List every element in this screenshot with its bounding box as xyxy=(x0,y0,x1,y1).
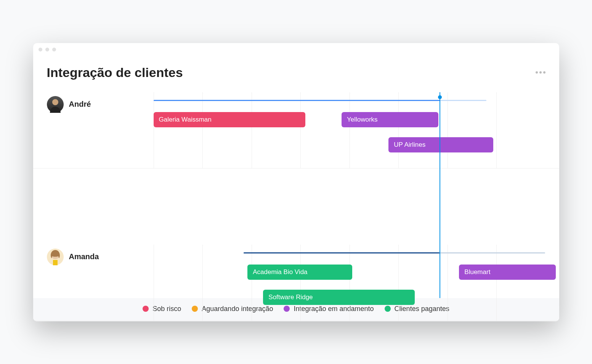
task-label: Galeria Waissman xyxy=(159,116,212,123)
allocation-track xyxy=(154,100,487,101)
row-divider xyxy=(33,168,559,168)
task-bar[interactable]: Bluemart xyxy=(459,265,556,280)
avatar xyxy=(47,96,64,113)
person-icon xyxy=(47,96,64,113)
task-bar[interactable]: Academia Bio Vida xyxy=(247,265,352,280)
task-bar[interactable]: Yelloworks xyxy=(342,112,438,127)
task-label: Yelloworks xyxy=(347,116,378,123)
svg-rect-1 xyxy=(53,260,58,265)
task-label: UP Airlines xyxy=(394,141,425,149)
row-grid: Galeria Waissman Yelloworks UP Airlines xyxy=(154,92,545,168)
task-label: Academia Bio Vida xyxy=(253,268,307,276)
task-bar[interactable]: UP Airlines xyxy=(388,137,493,152)
row-label: André xyxy=(47,96,91,113)
row-label: Amanda xyxy=(47,249,99,265)
row-grid: Academia Bio Vida Software Ridge Bluemar… xyxy=(154,245,545,321)
gantt-chart: André Galeria Waissman xyxy=(47,92,545,298)
task-label: Software Ridge xyxy=(268,293,313,301)
svg-point-0 xyxy=(52,99,58,105)
row-divider xyxy=(33,321,559,321)
content-area: Integração de clientes André xyxy=(33,56,559,321)
header-row: Integração de clientes xyxy=(47,65,545,80)
window-titlebar xyxy=(33,43,559,56)
gantt-row-amanda: Amanda Academia Bio Vida xyxy=(47,245,545,321)
app-window: Integração de clientes André xyxy=(33,43,559,321)
person-name: Amanda xyxy=(69,252,99,261)
task-bar[interactable]: Software Ridge xyxy=(263,290,415,305)
page-title: Integração de clientes xyxy=(47,65,183,80)
window-control-close[interactable] xyxy=(39,48,42,51)
avatar xyxy=(47,249,64,265)
person-name: André xyxy=(69,100,91,109)
allocation-track xyxy=(244,252,545,253)
gantt-row-andre: André Galeria Waissman xyxy=(47,92,545,168)
more-options-button[interactable] xyxy=(536,71,545,74)
window-control-minimize[interactable] xyxy=(45,48,49,51)
task-label: Bluemart xyxy=(464,268,490,276)
task-bar[interactable]: Galeria Waissman xyxy=(154,112,305,127)
window-control-maximize[interactable] xyxy=(52,48,56,51)
person-icon xyxy=(47,249,64,265)
